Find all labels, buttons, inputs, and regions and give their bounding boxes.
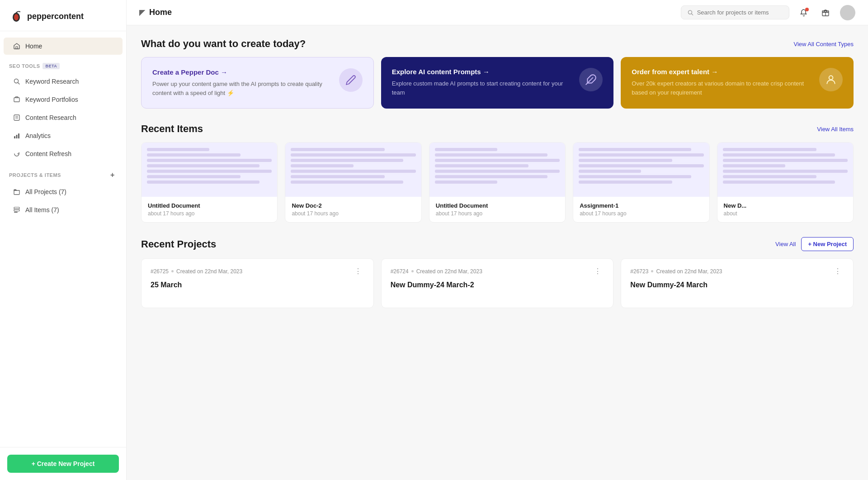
card-content: Explore AI content Prompts → Explore cus… <box>392 68 572 97</box>
item-card[interactable]: New Doc-2 about 17 hours ago <box>285 142 421 223</box>
preview-line <box>723 153 835 157</box>
card-title: Create a Pepper Doc → <box>152 68 332 76</box>
project-card[interactable]: #26725 Created on 22nd Mar, 2023 ⋮ 25 Ma… <box>141 258 374 308</box>
svg-line-20 <box>586 78 593 85</box>
page-header: ◤ Home <box>127 0 868 25</box>
item-card-time: about <box>724 210 847 217</box>
notifications-button[interactable] <box>797 5 811 20</box>
sidebar-item-content-refresh[interactable]: Content Refresh <box>4 145 123 162</box>
svg-rect-9 <box>14 136 15 138</box>
card-icon-wrap <box>819 68 843 91</box>
recent-projects-section: Recent Projects View All + New Project #… <box>141 237 854 308</box>
project-card-header: #26723 Created on 22nd Mar, 2023 ⋮ <box>630 266 844 276</box>
project-date: Created on 22nd Mar, 2023 <box>176 268 242 275</box>
item-card-name: New Doc-2 <box>292 202 415 209</box>
item-card-name: New D... <box>724 202 847 209</box>
preview-line <box>147 148 209 151</box>
all-projects-icon <box>13 188 21 196</box>
svg-rect-5 <box>14 98 19 102</box>
sidebar-item-keyword-portfolios[interactable]: Keyword Portfolios <box>4 91 123 108</box>
item-card-preview <box>285 143 421 197</box>
project-more-button[interactable]: ⋮ <box>831 266 844 276</box>
preview-line <box>291 175 384 178</box>
view-all-projects-link[interactable]: View All <box>775 241 796 247</box>
sidebar-item-analytics[interactable]: Analytics <box>4 127 123 144</box>
create-new-project-button[interactable]: + Create New Project <box>7 455 119 473</box>
preview-line <box>579 148 691 151</box>
sidebar-footer: + Create New Project <box>0 447 126 480</box>
view-all-content-types-link[interactable]: View All Content Types <box>794 41 854 48</box>
preview-line <box>147 175 241 178</box>
search-bar[interactable] <box>681 5 789 19</box>
user-avatar[interactable] <box>840 5 855 20</box>
preview-line <box>723 164 785 167</box>
project-name: 25 March <box>151 281 364 289</box>
seo-tools-section-label: SEO TOOLS BETA <box>0 56 126 72</box>
preview-line <box>291 159 403 162</box>
item-card-info: Untitled Document about 17 hours ago <box>429 197 565 222</box>
preview-line <box>435 148 497 151</box>
sidebar-content-research-label: Content Research <box>25 114 76 121</box>
preview-line <box>147 181 259 184</box>
logo[interactable]: peppercontent <box>0 0 126 31</box>
add-project-button[interactable]: + <box>108 171 117 180</box>
create-today-title: What do you want to create today? <box>141 38 306 50</box>
item-card[interactable]: Assignment-1 about 17 hours ago <box>573 142 709 223</box>
sidebar-home-label: Home <box>25 43 42 50</box>
svg-rect-6 <box>14 115 19 120</box>
recent-items-header: Recent Items View All Items <box>141 123 854 135</box>
pepper-logo-icon <box>9 9 24 24</box>
separator-dot <box>411 270 414 272</box>
preview-line <box>291 148 384 151</box>
preview-line <box>579 175 691 178</box>
create-pepper-doc-card[interactable]: Create a Pepper Doc → Power up your cont… <box>141 57 374 109</box>
project-more-button[interactable]: ⋮ <box>591 266 604 276</box>
preview-line <box>435 170 560 173</box>
item-card[interactable]: Untitled Document about 17 hours ago <box>141 142 278 223</box>
recent-projects-header: Recent Projects View All + New Project <box>141 237 854 251</box>
item-card-info: New Doc-2 about 17 hours ago <box>285 197 421 222</box>
project-meta: #26725 Created on 22nd Mar, 2023 <box>151 268 242 275</box>
project-meta: #26724 Created on 22nd Mar, 2023 <box>391 268 482 275</box>
preview-line <box>723 181 835 184</box>
project-card[interactable]: #26724 Created on 22nd Mar, 2023 ⋮ New D… <box>381 258 614 308</box>
sidebar-item-all-items[interactable]: All Items (7) <box>4 201 123 219</box>
item-card-info: New D... about <box>717 197 853 222</box>
item-card[interactable]: New D... about <box>717 142 854 223</box>
project-card[interactable]: #26723 Created on 22nd Mar, 2023 ⋮ New D… <box>621 258 854 308</box>
page-title: Home <box>149 8 172 17</box>
gift-icon <box>821 9 830 17</box>
sidebar-item-keyword-research[interactable]: Keyword Research <box>4 73 123 90</box>
svg-point-1 <box>14 14 19 20</box>
sidebar-analytics-label: Analytics <box>25 132 51 139</box>
create-cards-grid: Create a Pepper Doc → Power up your cont… <box>141 57 854 109</box>
header-title-area: ◤ Home <box>139 8 172 17</box>
search-input[interactable] <box>697 9 783 16</box>
sidebar-item-home[interactable]: Home <box>4 38 123 55</box>
item-card-preview <box>142 143 277 197</box>
sidebar-item-all-projects[interactable]: All Projects (7) <box>4 183 123 200</box>
card-content: Create a Pepper Doc → Power up your cont… <box>152 68 332 97</box>
sidebar-item-content-research[interactable]: Content Research <box>4 109 123 126</box>
preview-line <box>723 148 816 151</box>
project-date: Created on 22nd Mar, 2023 <box>416 268 482 275</box>
order-expert-talent-card[interactable]: Order from expert talent → Over 20k expe… <box>621 57 854 109</box>
explore-ai-prompts-card[interactable]: Explore AI content Prompts → Explore cus… <box>381 57 614 109</box>
content-refresh-icon <box>13 150 21 158</box>
item-card-name: Untitled Document <box>148 202 271 209</box>
sidebar-keyword-portfolios-label: Keyword Portfolios <box>25 96 78 103</box>
view-all-items-link[interactable]: View All Items <box>817 126 854 133</box>
svg-rect-19 <box>822 11 829 12</box>
gift-button[interactable] <box>818 5 833 20</box>
notification-dot <box>805 8 809 11</box>
project-meta: #26723 Created on 22nd Mar, 2023 <box>630 268 722 275</box>
project-more-button[interactable]: ⋮ <box>352 266 364 276</box>
card-icon-wrap <box>579 68 603 91</box>
new-project-button[interactable]: + New Project <box>801 237 854 251</box>
item-card-info: Assignment-1 about 17 hours ago <box>573 197 709 222</box>
svg-line-4 <box>18 83 20 85</box>
item-card[interactable]: Untitled Document about 17 hours ago <box>429 142 566 223</box>
svg-rect-13 <box>14 209 19 211</box>
card-title: Order from expert talent → <box>632 68 812 76</box>
preview-line <box>435 181 497 184</box>
